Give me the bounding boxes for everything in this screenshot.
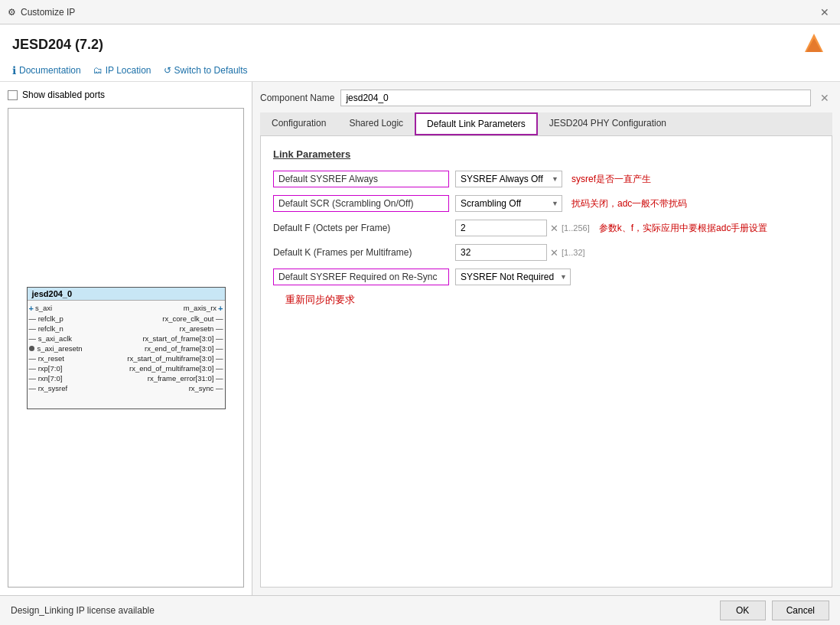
resync-annotation: 重新同步的要求: [285, 293, 819, 307]
list-item: rx_aresetn —: [127, 324, 224, 333]
show-disabled-label: Show disabled ports: [22, 90, 105, 100]
port-dash: — rxn[7:0]: [29, 374, 63, 382]
port-label: s_axi: [35, 304, 52, 312]
port-label: rx_aresetn —: [179, 324, 223, 333]
list-item: rx_core_clk_out —: [127, 314, 224, 323]
main-content: Show disabled ports jesd204_0 + s_axi — …: [0, 82, 840, 595]
vivado-logo: [800, 31, 828, 58]
port-label: rx_frame_error[31:0] —: [148, 374, 223, 382]
component-name-clear-button[interactable]: ✕: [817, 92, 832, 104]
close-button[interactable]: ✕: [817, 5, 832, 20]
list-item: — refclk_p: [28, 314, 83, 323]
sysref-resync-select[interactable]: SYSREF Not Required SYSREF Required: [455, 269, 571, 285]
list-item: rx_start_of_multiframe[3:0] —: [127, 354, 224, 363]
app-title-text: JESD204 (7.2): [12, 37, 103, 53]
port-label: rx_start_of_multiframe[3:0] —: [127, 354, 223, 363]
sysref-always-select[interactable]: SYSREF Always Off SYSREF Always On: [455, 171, 562, 187]
show-disabled-row: Show disabled ports: [8, 90, 244, 100]
title-bar-left: ⚙ Customize IP: [8, 7, 75, 18]
port-label: rx_core_clk_out —: [162, 314, 223, 323]
list-item: rx_end_of_multiframe[3:0] —: [127, 364, 224, 373]
scr-control: Scrambling Off Scrambling On: [455, 195, 562, 212]
sysref-resync-control: SYSREF Not Required SYSREF Required: [455, 269, 571, 285]
list-item: — s_axi_aclk: [28, 334, 83, 343]
list-item: rx_sync —: [127, 384, 224, 392]
frames-per-multiframe-input[interactable]: [455, 244, 547, 261]
component-name-input[interactable]: [340, 90, 811, 106]
sysref-always-annotation: sysref是否一直产生: [571, 173, 651, 186]
port-dash: — rx_sysref: [29, 384, 68, 392]
ip-location-button[interactable]: 🗂 IP Location: [93, 65, 151, 76]
documentation-button[interactable]: ℹ Documentation: [12, 64, 81, 76]
component-name-label: Component Name: [260, 93, 334, 103]
component-name-row: Component Name ✕: [260, 90, 832, 106]
port-dash: — refclk_n: [29, 324, 63, 333]
block-diagram: jesd204_0 + s_axi — refclk_p — refclk_: [8, 108, 244, 588]
octets-clear-button[interactable]: ✕: [550, 223, 558, 234]
right-panel: Component Name ✕ Configuration Shared Lo…: [252, 82, 840, 595]
block-title-bar: jesd204_0: [28, 288, 225, 301]
left-panel: Show disabled ports jesd204_0 + s_axi — …: [0, 82, 252, 595]
sysref-resync-select-wrapper: SYSREF Not Required SYSREF Required: [455, 269, 571, 285]
octets-per-frame-label: Default F (Octets per Frame): [273, 223, 449, 233]
octets-per-frame-annotation: 参数k、f，实际应用中要根据adc手册设置: [599, 222, 768, 235]
frames-clear-button[interactable]: ✕: [550, 247, 558, 259]
port-dash: — rx_reset: [29, 354, 64, 363]
sysref-always-label: Default SYSREF Always: [273, 171, 449, 187]
show-disabled-checkbox[interactable]: [8, 90, 18, 100]
list-item: rx_frame_error[31:0] —: [127, 374, 224, 382]
tab-phy-config[interactable]: JESD204 PHY Configuration: [538, 112, 678, 135]
port-label: s_axi_aresetn: [37, 344, 83, 353]
sysref-resync-row: Default SYSREF Required on Re-Sync SYSRE…: [273, 269, 819, 285]
sysref-always-control: SYSREF Always Off SYSREF Always On: [455, 171, 562, 187]
bottom-buttons: OK Cancel: [720, 601, 829, 620]
tab-content: Link Parameters Default SYSREF Always SY…: [260, 136, 832, 588]
list-item: — rxp[7:0]: [28, 364, 83, 373]
refresh-icon: ↺: [164, 65, 171, 76]
right-ports: m_axis_rx + rx_core_clk_out — rx_aresetn…: [127, 304, 224, 392]
list-item: — rx_reset: [28, 354, 83, 363]
left-ports: + s_axi — refclk_p — refclk_n — s_axi_ac…: [28, 304, 83, 392]
license-status: Design_Linking IP license available: [11, 605, 155, 616]
scr-annotation: 扰码关闭，adc一般不带扰码: [571, 197, 687, 210]
scr-select-wrapper: Scrambling Off Scrambling On: [455, 195, 562, 212]
port-label: m_axis_rx: [184, 304, 217, 312]
port-dash: — s_axi_aclk: [29, 334, 73, 343]
scr-select[interactable]: Scrambling Off Scrambling On: [455, 195, 562, 212]
list-item: — rxn[7:0]: [28, 374, 83, 382]
port-label: rx_end_of_frame[3:0] —: [145, 344, 223, 353]
port-label: rx_sync —: [189, 384, 223, 392]
ip-block: jesd204_0 + s_axi — refclk_p — refclk_: [27, 287, 226, 409]
frames-per-multiframe-label: Default K (Frames per Multiframe): [273, 247, 449, 258]
sysref-always-row: Default SYSREF Always SYSREF Always Off …: [273, 171, 819, 187]
cancel-button[interactable]: Cancel: [772, 601, 829, 620]
list-item: s_axi_aresetn: [28, 344, 83, 353]
switch-to-defaults-button[interactable]: ↺ Switch to Defaults: [164, 65, 248, 76]
link-parameters-section-title: Link Parameters: [273, 148, 819, 160]
octets-per-frame-row: Default F (Octets per Frame) ✕ [1..256] …: [273, 220, 819, 236]
port-dot: [29, 346, 34, 351]
frames-per-multiframe-control: ✕ [1..32]: [455, 244, 585, 261]
block-ports: + s_axi — refclk_p — refclk_n — s_axi_ac…: [28, 301, 225, 396]
tab-default-link-params[interactable]: Default Link Parameters: [415, 112, 538, 135]
list-item: + s_axi: [28, 304, 83, 313]
tab-configuration[interactable]: Configuration: [260, 112, 337, 135]
info-icon: ℹ: [12, 64, 16, 76]
octets-per-frame-range: [1..256]: [562, 223, 590, 233]
tab-shared-logic[interactable]: Shared Logic: [337, 112, 415, 135]
scr-label: Default SCR (Scrambling On/Off): [273, 195, 449, 212]
ok-button[interactable]: OK: [720, 601, 766, 620]
octets-per-frame-input[interactable]: [455, 220, 547, 236]
status-bar: Design_Linking IP license available OK C…: [0, 595, 840, 625]
block-title-text: jesd204_0: [32, 289, 73, 298]
app-icon: ⚙: [8, 7, 16, 18]
scr-row: Default SCR (Scrambling On/Off) Scrambli…: [273, 195, 819, 212]
sysref-resync-label: Default SYSREF Required on Re-Sync: [273, 269, 449, 285]
window-title: Customize IP: [21, 7, 75, 18]
port-label: rx_start_of_frame[3:0] —: [142, 334, 223, 343]
sysref-always-select-wrapper: SYSREF Always Off SYSREF Always On: [455, 171, 562, 187]
tabs: Configuration Shared Logic Default Link …: [260, 112, 832, 136]
toolbar: ℹ Documentation 🗂 IP Location ↺ Switch t…: [12, 64, 828, 81]
list-item: — rx_sysref: [28, 384, 83, 392]
frames-per-multiframe-range: [1..32]: [562, 248, 585, 257]
